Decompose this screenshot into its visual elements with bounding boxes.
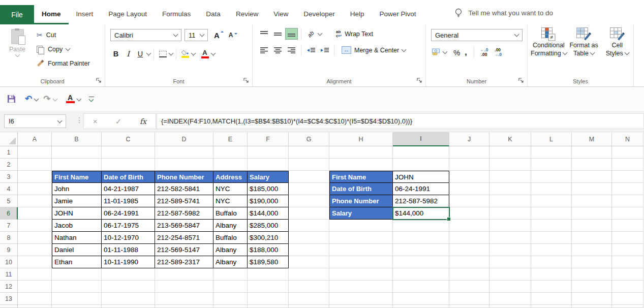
cell-G12[interactable]: [289, 281, 329, 293]
paste-button[interactable]: Paste: [4, 27, 30, 69]
cell-G2[interactable]: [289, 159, 329, 171]
italic-button[interactable]: I: [122, 48, 134, 60]
cell-G13[interactable]: [289, 293, 329, 305]
cell-F8[interactable]: $300,210: [248, 232, 289, 244]
cell-L1[interactable]: [531, 146, 572, 159]
select-all-corner[interactable]: [0, 132, 18, 146]
accounting-format-button[interactable]: [431, 48, 441, 57]
name-box-resizer[interactable]: ⋮: [76, 116, 83, 124]
cell-E5[interactable]: NYC: [213, 195, 248, 207]
cell-F14[interactable]: [248, 305, 289, 308]
cell-L5[interactable]: [531, 195, 572, 207]
copy-dropdown-icon[interactable]: [66, 46, 71, 51]
cell-N10[interactable]: [612, 256, 643, 268]
cell-J8[interactable]: [449, 232, 489, 244]
cell-A3[interactable]: [18, 171, 52, 183]
underline-dropdown-icon[interactable]: [146, 51, 151, 56]
cell-G10[interactable]: [289, 256, 329, 268]
cell-C10[interactable]: 10-11-1990: [102, 256, 155, 268]
cell-N6[interactable]: [612, 207, 643, 220]
cell-F12[interactable]: [248, 281, 289, 293]
cell-N1[interactable]: [612, 146, 643, 159]
accounting-dropdown-icon[interactable]: [443, 49, 448, 54]
cell-B4[interactable]: John: [52, 183, 102, 195]
cell-A13[interactable]: [18, 293, 52, 305]
cell-N13[interactable]: [612, 293, 643, 305]
bottom-align-button[interactable]: [285, 28, 298, 40]
cell-C5[interactable]: 11-01-1985: [102, 195, 155, 207]
cell-J13[interactable]: [449, 293, 489, 305]
formula-input[interactable]: {=INDEX(F4:F10,MATCH(1,(I3=$B$4:$B$10)*(…: [157, 113, 644, 129]
qat-font-color-dropdown-icon[interactable]: [76, 97, 81, 102]
cell-B12[interactable]: [52, 281, 102, 293]
cell-H3[interactable]: First Name: [329, 171, 393, 183]
cell-L12[interactable]: [531, 281, 572, 293]
font-name-select[interactable]: Calibri: [110, 29, 181, 41]
cell-I10[interactable]: [393, 256, 449, 268]
cell-B2[interactable]: [52, 159, 102, 171]
cell-N8[interactable]: [612, 232, 643, 244]
tab-view[interactable]: View: [266, 10, 296, 24]
cell-N4[interactable]: [612, 183, 643, 195]
cell-F10[interactable]: $189,580: [248, 256, 289, 268]
tab-formulas[interactable]: Formulas: [155, 10, 198, 24]
cell-E12[interactable]: [213, 281, 248, 293]
cell-C8[interactable]: 10-12-1970: [102, 232, 155, 244]
column-header-D[interactable]: D: [155, 132, 213, 146]
clipboard-dialog-launcher[interactable]: [96, 78, 102, 84]
cell-D10[interactable]: 212-589-2317: [155, 256, 213, 268]
cell-I8[interactable]: [393, 232, 449, 244]
cell-I7[interactable]: [393, 220, 449, 232]
cell-C1[interactable]: [102, 146, 155, 159]
bold-button[interactable]: B: [110, 48, 121, 60]
cell-J6[interactable]: [449, 207, 489, 220]
copy-button[interactable]: Copy: [37, 43, 90, 55]
cell-B3[interactable]: First Name: [52, 171, 102, 183]
cell-B8[interactable]: Nathan: [52, 232, 102, 244]
cell-E2[interactable]: [213, 159, 248, 171]
cell-B11[interactable]: [52, 268, 102, 281]
cell-G1[interactable]: [289, 146, 329, 159]
cell-D8[interactable]: 212-254-8571: [155, 232, 213, 244]
cell-M2[interactable]: [572, 159, 612, 171]
cell-J14[interactable]: [449, 305, 489, 308]
cell-G11[interactable]: [289, 268, 329, 281]
cell-B13[interactable]: [52, 293, 102, 305]
cell-I9[interactable]: [393, 244, 449, 256]
cell-G5[interactable]: [289, 195, 329, 207]
borders-dropdown-icon[interactable]: [169, 51, 174, 56]
cell-E11[interactable]: [213, 268, 248, 281]
cell-I14[interactable]: [393, 305, 449, 308]
cell-I13[interactable]: [393, 293, 449, 305]
cell-A7[interactable]: [18, 220, 52, 232]
tab-help[interactable]: Help: [343, 10, 372, 24]
row-header-11[interactable]: 11: [0, 268, 18, 281]
font-color-dropdown-icon[interactable]: [211, 51, 216, 56]
row-header-7[interactable]: 7: [0, 220, 18, 232]
row-header-9[interactable]: 9: [0, 244, 18, 256]
tab-insert[interactable]: Insert: [69, 10, 101, 24]
enter-button[interactable]: ✓: [115, 117, 122, 126]
cancel-button[interactable]: ×: [93, 117, 98, 126]
undo-dropdown-icon[interactable]: [34, 97, 39, 102]
cell-J3[interactable]: [449, 171, 489, 183]
cell-A9[interactable]: [18, 244, 52, 256]
tab-file[interactable]: File: [0, 5, 34, 24]
cell-D11[interactable]: [155, 268, 213, 281]
cell-D5[interactable]: 212-589-5741: [155, 195, 213, 207]
redo-button[interactable]: ↷: [41, 91, 52, 107]
save-button[interactable]: [5, 91, 18, 107]
cell-H12[interactable]: [329, 281, 393, 293]
cell-F6[interactable]: $144,000: [248, 207, 289, 220]
cell-L7[interactable]: [531, 220, 572, 232]
column-header-G[interactable]: G: [289, 132, 329, 146]
cell-H7[interactable]: [329, 220, 393, 232]
cell-K1[interactable]: [489, 146, 531, 159]
column-header-L[interactable]: L: [531, 132, 572, 146]
cell-J7[interactable]: [449, 220, 489, 232]
cell-G8[interactable]: [289, 232, 329, 244]
orientation-button[interactable]: ab: [304, 28, 317, 40]
cell-K5[interactable]: [489, 195, 531, 207]
column-header-H[interactable]: H: [329, 132, 393, 146]
cell-N11[interactable]: [612, 268, 643, 281]
